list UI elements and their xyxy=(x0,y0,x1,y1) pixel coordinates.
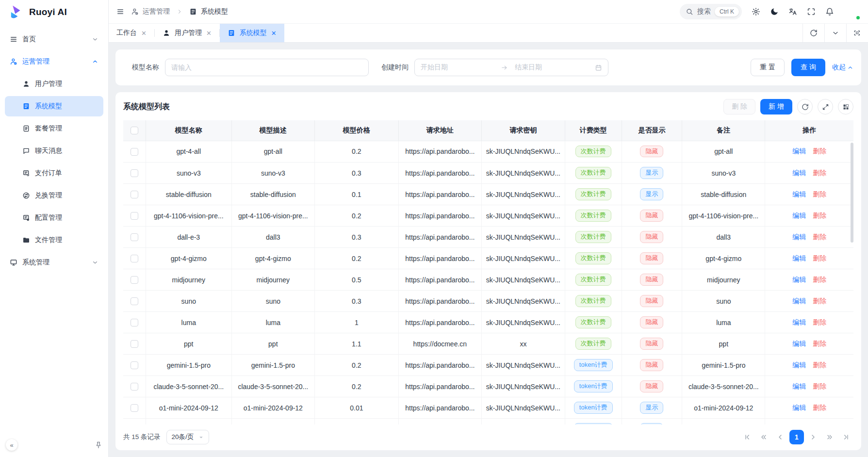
sidebar-item-3[interactable]: 系统模型 xyxy=(5,96,103,116)
settings-gear-icon[interactable] xyxy=(752,7,760,16)
refresh-table-icon[interactable] xyxy=(797,99,813,114)
edit-link[interactable]: 编辑 xyxy=(792,382,806,390)
sidebar-item-0[interactable]: 首页 xyxy=(5,29,103,49)
sidebar-item-8[interactable]: 配置管理 xyxy=(5,208,103,228)
cell-model-price: 1.1 xyxy=(314,333,398,355)
sidebar-item-4[interactable]: 套餐管理 xyxy=(5,118,103,139)
edit-link[interactable]: 编辑 xyxy=(792,233,806,241)
row-checkbox[interactable] xyxy=(131,276,138,284)
edit-link[interactable]: 编辑 xyxy=(792,340,806,347)
next-page-button[interactable] xyxy=(806,430,820,444)
sidebar-item-5[interactable]: 聊天消息 xyxy=(5,141,103,161)
edit-link[interactable]: 编辑 xyxy=(792,169,806,177)
close-tab-icon[interactable]: ✕ xyxy=(141,30,147,36)
edit-link[interactable]: 编辑 xyxy=(792,297,806,305)
sidebar-item-6[interactable]: 支付订单 xyxy=(5,163,103,183)
cell-model-name: gpt-4-1106-vision-pre... xyxy=(146,205,231,227)
hamburger-menu-icon[interactable] xyxy=(116,8,124,16)
sidebar-item-9[interactable]: 文件管理 xyxy=(5,230,103,250)
tab-options-chevron-icon[interactable] xyxy=(824,24,846,42)
row-checkbox[interactable] xyxy=(131,169,138,177)
translate-icon[interactable] xyxy=(788,7,797,16)
row-checkbox[interactable] xyxy=(131,383,138,391)
row-checkbox[interactable] xyxy=(131,361,138,369)
row-checkbox[interactable] xyxy=(131,297,138,305)
delete-link[interactable]: 删除 xyxy=(813,190,826,198)
table-scrollbar-thumb[interactable] xyxy=(851,143,853,243)
row-checkbox[interactable] xyxy=(131,255,138,262)
reset-button[interactable]: 重 置 xyxy=(751,59,785,76)
edit-link[interactable]: 编辑 xyxy=(792,147,806,155)
close-tab-icon[interactable]: ✕ xyxy=(206,30,212,36)
delete-link[interactable]: 删除 xyxy=(813,361,826,369)
cell-remark: midjourney xyxy=(682,269,765,291)
tab-2[interactable]: 系统模型 ✕ xyxy=(220,24,284,42)
tab-0[interactable]: 工作台 ✕ xyxy=(109,24,154,42)
breadcrumb-item-model[interactable]: 系统模型 xyxy=(189,7,228,16)
table-body-scroll[interactable]: gpt-4-all gpt-all 0.2 https://api.pandar… xyxy=(123,141,853,425)
sidebar-item-1[interactable]: 运营管理 xyxy=(5,51,103,72)
delete-button[interactable]: 删 除 xyxy=(723,99,755,114)
delete-link[interactable]: 删除 xyxy=(813,254,826,262)
delete-link[interactable]: 删除 xyxy=(813,404,826,411)
user-avatar[interactable] xyxy=(844,3,860,20)
refresh-tab-icon[interactable] xyxy=(802,24,824,42)
edit-link[interactable]: 编辑 xyxy=(792,361,806,369)
delete-link[interactable]: 删除 xyxy=(813,147,826,155)
row-checkbox[interactable] xyxy=(131,404,138,412)
edit-link[interactable]: 编辑 xyxy=(792,254,806,262)
tab-1[interactable]: 用户管理 ✕ xyxy=(155,24,219,42)
maximize-content-icon[interactable] xyxy=(846,24,868,42)
date-range-input[interactable]: 开始日期 结束日期 xyxy=(414,59,608,76)
row-checkbox[interactable] xyxy=(131,191,138,198)
column-header-3: 请求地址 xyxy=(398,120,481,141)
prev-page-button[interactable] xyxy=(773,430,787,444)
fullscreen-icon[interactable] xyxy=(807,7,816,16)
column-settings-icon[interactable] xyxy=(838,99,853,114)
global-search[interactable]: 搜索 Ctrl K xyxy=(680,4,742,19)
page-size-select[interactable]: 20条/页 xyxy=(166,430,210,444)
back-5-pages-button[interactable] xyxy=(756,430,771,444)
close-tab-icon[interactable]: ✕ xyxy=(271,30,277,36)
collapse-filter-link[interactable]: 收起 xyxy=(832,63,853,72)
delete-link[interactable]: 删除 xyxy=(813,233,826,241)
select-all-checkbox[interactable] xyxy=(131,127,138,134)
last-page-button[interactable] xyxy=(839,430,853,444)
cell-request-url: https://api.pandarobo... xyxy=(398,227,481,248)
sidebar-item-2[interactable]: 用户管理 xyxy=(5,74,103,94)
row-checkbox[interactable] xyxy=(131,233,138,241)
model-name-input[interactable] xyxy=(165,59,369,76)
first-page-button[interactable] xyxy=(740,430,754,444)
add-button[interactable]: 新 增 xyxy=(760,99,792,114)
notification-bell-icon[interactable] xyxy=(825,7,834,16)
delete-link[interactable]: 删除 xyxy=(813,276,826,283)
expand-table-icon[interactable] xyxy=(818,99,833,114)
sidebar-item-7[interactable]: 兑换管理 xyxy=(5,185,103,206)
delete-link[interactable]: 删除 xyxy=(813,169,826,177)
row-checkbox[interactable] xyxy=(131,148,138,156)
row-checkbox[interactable] xyxy=(131,212,138,220)
cell-model-price: 0.2 xyxy=(314,141,398,163)
sidebar-collapse-button[interactable]: « xyxy=(6,439,17,451)
edit-link[interactable]: 编辑 xyxy=(792,404,806,411)
edit-link[interactable]: 编辑 xyxy=(792,318,806,326)
page-1-button[interactable]: 1 xyxy=(789,430,804,444)
edit-link[interactable]: 编辑 xyxy=(792,190,806,198)
dark-mode-moon-icon[interactable] xyxy=(770,7,779,16)
search-button[interactable]: 查 询 xyxy=(791,59,825,76)
column-header-2: 模型价格 xyxy=(314,120,398,141)
edit-link[interactable]: 编辑 xyxy=(792,212,806,219)
pin-icon[interactable] xyxy=(95,441,102,449)
cell-request-key: sk-JIUQLNndqSeKWU... xyxy=(481,397,565,419)
row-checkbox[interactable] xyxy=(131,319,138,326)
delete-link[interactable]: 删除 xyxy=(813,340,826,347)
delete-link[interactable]: 删除 xyxy=(813,382,826,390)
breadcrumb-item-ops[interactable]: 运营管理 xyxy=(131,7,170,16)
edit-link[interactable]: 编辑 xyxy=(792,276,806,283)
delete-link[interactable]: 删除 xyxy=(813,212,826,219)
row-checkbox[interactable] xyxy=(131,340,138,348)
sidebar-item-10[interactable]: 系统管理 xyxy=(5,252,103,273)
delete-link[interactable]: 删除 xyxy=(813,297,826,305)
forward-5-pages-button[interactable] xyxy=(822,430,837,444)
delete-link[interactable]: 删除 xyxy=(813,318,826,326)
